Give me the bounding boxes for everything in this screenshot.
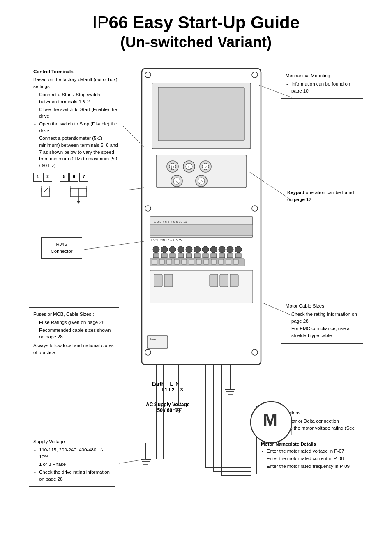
terminal-7: 7 [79,173,88,182]
svg-rect-52 [153,254,159,258]
terminals-diagram: 1 2 5 6 7 [33,173,119,182]
title-area: IP66 Easy Start-Up Guide (Un-switched Va… [16,12,376,52]
control-item-4: Connect a potentiometer (5kΩ minimum) be… [33,135,119,169]
svg-text:◁: ◁ [188,164,191,169]
page: IP66 Easy Start-Up Guide (Un-switched Va… [0,0,392,555]
svg-point-23 [169,163,176,170]
svg-point-46 [194,246,201,253]
motor-nameplate-list: Enter the motor rated voltage in P-07 En… [261,448,359,470]
switch-svg [37,184,107,205]
svg-point-30 [196,175,207,187]
svg-rect-79 [210,274,218,287]
svg-rect-62 [235,254,241,258]
svg-rect-76 [150,270,253,303]
svg-rect-19 [156,155,247,188]
svg-rect-70 [196,259,201,264]
ac-supply-line2: (50 / 60Hz) [146,407,189,413]
motor-conn-list: Check for Star or Delta connection accor… [261,418,359,438]
svg-text:▷: ▷ [171,164,175,169]
terminal-group-12: 1 2 [33,173,52,182]
svg-rect-72 [211,259,216,264]
rj45-line1: RJ45 [46,241,78,248]
svg-rect-74 [226,259,231,264]
fuses-list: Fuse Ratings given on page 28 Recommende… [33,319,115,340]
svg-rect-14 [142,69,261,365]
svg-rect-101 [147,336,168,348]
svg-point-16 [252,72,258,78]
svg-rect-65 [159,259,164,264]
svg-point-29 [171,175,182,187]
earth-line2: L1 L2 L3 [148,387,183,393]
motor-cable-list: Check the rating information on page 28 … [286,311,359,339]
motor-cable-item-1: Check the rating information on page 28 [286,311,359,324]
svg-rect-18 [158,87,244,141]
svg-point-32 [198,178,205,184]
svg-rect-57 [194,254,200,258]
nameplate-item-2: Enter the motor rated current in P-08 [261,455,359,462]
svg-point-15 [145,72,151,78]
svg-rect-75 [233,259,238,264]
keypad-box: Keypad operation can be found on page 17 [281,184,363,208]
mechanical-list: Information can be found on page 10 [286,81,359,94]
keypad-bold: Keypad [287,190,304,195]
svg-rect-39 [150,225,253,235]
fuses-label-line2: or MCB [173,350,190,356]
fuses-mcb-diagram-label: Fuses or MCB [173,344,190,356]
supply-voltage-box: Supply Voltage : 110-115, 200-240, 400-4… [29,435,115,487]
nameplate-item-1: Enter the motor rated voltage in P-07 [261,448,359,455]
svg-line-124 [84,241,144,250]
screw-terminals [152,259,238,264]
fuses-item-2: Recommended cable sizes shown on page 28 [33,327,115,340]
svg-point-82 [145,349,151,355]
terminal-2: 2 [43,173,52,182]
svg-point-41 [153,246,159,253]
nameplate-item-3: Enter the motor rated frequency in P-09 [261,463,359,470]
terminal-blocks [153,254,241,258]
control-item-2: Close the switch to Start (Enable) the d… [33,106,119,120]
svg-rect-59 [211,254,217,258]
svg-point-44 [178,246,184,253]
fuses-header: Fuses or MCB, Cable Sizes : [33,311,115,318]
svg-point-31 [173,178,180,184]
mechanical-header: Mechanical Mounting [286,72,359,79]
svg-line-128 [127,188,144,190]
supply-list: 110-115, 200-240, 400-480 +/- 10% 1 or 3… [33,446,111,482]
svg-point-45 [186,246,192,253]
supply-item-3: Check the drive rating information on pa… [33,469,111,482]
motor-cable-box: Motor Cable Sizes Check the rating infor… [281,299,363,343]
title-sub: (Un-switched Variant) [16,33,376,52]
svg-rect-17 [152,83,251,149]
svg-rect-61 [227,254,233,258]
motor-connections-box: Motor Connections Check for Star or Delt… [256,406,363,474]
svg-text:L1/N  L2/N   L3    ⏚    U    V: L1/N L2/N L3 ⏚ U V W [151,238,182,242]
fuses-label-line1: Fuses [173,344,190,350]
earth-label: Earth L N L1 L2 L3 [148,381,183,393]
svg-rect-63 [150,259,244,266]
svg-point-25 [202,163,209,170]
svg-point-42 [161,246,168,253]
rj45-box: RJ45 Connector [41,237,82,258]
svg-point-51 [235,246,242,253]
control-subheader: Based on the factory default (out of box… [33,76,119,90]
control-item-3: Open the switch to Stop (Disable) the dr… [33,120,119,134]
control-header: Control Terminals [33,68,119,75]
svg-point-35 [145,206,151,211]
motor-cable-item-2: For EMC compliance, use a shielded type … [286,325,359,339]
fuses-box: Fuses or MCB, Cable Sizes : Fuse Ratings… [29,307,119,359]
mechanical-mounting-box: Mechanical Mounting Information can be f… [281,69,363,99]
svg-rect-53 [161,254,167,258]
supply-item-1: 110-115, 200-240, 400-480 +/- 10% [33,446,111,460]
earth-line1: Earth L N [148,381,183,387]
terminal-5: 5 [60,173,69,182]
svg-line-126 [119,459,146,463]
svg-rect-60 [219,254,225,258]
svg-rect-67 [174,259,179,264]
svg-point-47 [202,246,209,253]
svg-rect-77 [154,274,162,287]
control-terminals-box: Control Terminals Based on the factory d… [29,65,123,210]
svg-point-21 [183,161,195,172]
svg-point-48 [210,246,217,253]
svg-point-20 [167,161,178,172]
svg-point-83 [252,349,258,355]
supply-item-2: 1 or 3 Phase [33,461,111,468]
